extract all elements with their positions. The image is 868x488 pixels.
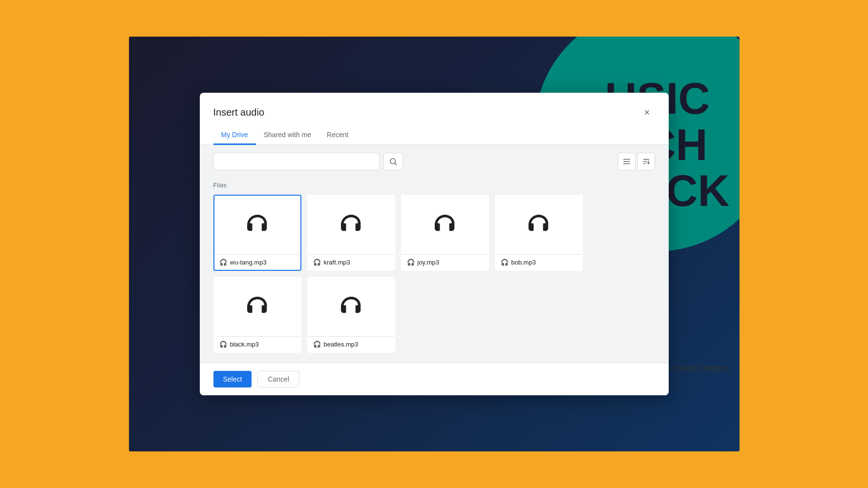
modal-title: Insert audio	[213, 107, 265, 118]
file-card-bob[interactable]: 🎧 bob.mp3	[495, 195, 583, 271]
audio-icon-wu-tang: 🎧	[219, 259, 227, 266]
audio-icon-kraft: 🎧	[313, 259, 321, 266]
file-name-row-joy: 🎧 joy.mp3	[402, 254, 488, 270]
headphones-icon	[431, 211, 459, 239]
file-thumbnail-beatles	[308, 278, 394, 336]
audio-icon-bob: 🎧	[501, 259, 508, 266]
audio-icon-joy: 🎧	[407, 259, 415, 266]
files-label: Files	[213, 182, 655, 189]
audio-icon-beatles: 🎧	[313, 341, 321, 348]
file-card-joy[interactable]: 🎧 joy.mp3	[401, 195, 489, 271]
close-button[interactable]: ×	[639, 104, 655, 120]
list-view-button[interactable]	[618, 153, 635, 170]
headphones-icon	[244, 211, 271, 239]
list-view-icon	[622, 157, 631, 166]
sort-icon	[642, 157, 651, 166]
svg-line-1	[395, 163, 396, 164]
headphones-icon	[244, 293, 271, 321]
search-button[interactable]	[383, 153, 403, 170]
background-container: USIC ITCH DECK entation begins Insert au…	[129, 37, 740, 451]
file-thumbnail-kraft	[308, 196, 394, 254]
headphones-icon	[338, 293, 365, 321]
audio-icon-black: 🎧	[219, 341, 227, 348]
modal-header: Insert audio ×	[200, 93, 669, 120]
tab-my-drive[interactable]: My Drive	[213, 126, 256, 145]
cancel-button[interactable]: Cancel	[257, 371, 299, 387]
file-name-beatles: beatles.mp3	[324, 341, 359, 348]
file-card-black[interactable]: 🎧 black.mp3	[213, 277, 301, 353]
file-name-joy: joy.mp3	[418, 259, 440, 266]
headphones-icon	[525, 211, 552, 239]
modal-overlay: Insert audio × My Drive Shared with me R…	[129, 37, 740, 451]
files-grid: 🎧 wu-tang.mp3 🎧 kraft.m	[213, 195, 655, 353]
tab-recent[interactable]: Recent	[319, 126, 356, 145]
headphones-icon	[338, 211, 365, 239]
search-area	[200, 145, 669, 178]
file-name-row-beatles: 🎧 beatles.mp3	[308, 336, 394, 352]
file-card-wu-tang[interactable]: 🎧 wu-tang.mp3	[213, 195, 301, 271]
tab-shared-with-me[interactable]: Shared with me	[256, 126, 319, 145]
file-name-black: black.mp3	[230, 341, 259, 348]
search-icon	[389, 157, 398, 166]
file-name-bob: bob.mp3	[511, 259, 536, 266]
search-input[interactable]	[213, 153, 380, 170]
sort-button[interactable]	[637, 153, 655, 170]
modal-footer: Select Cancel	[200, 363, 669, 395]
file-thumbnail-bob	[496, 196, 582, 254]
file-thumbnail-black	[214, 278, 300, 336]
insert-audio-modal: Insert audio × My Drive Shared with me R…	[200, 93, 669, 395]
file-card-kraft[interactable]: 🎧 kraft.mp3	[307, 195, 395, 271]
file-name-row-black: 🎧 black.mp3	[214, 336, 300, 352]
file-name-row-bob: 🎧 bob.mp3	[496, 254, 582, 270]
file-card-beatles[interactable]: 🎧 beatles.mp3	[307, 277, 395, 353]
file-name-kraft: kraft.mp3	[324, 259, 350, 266]
select-button[interactable]: Select	[213, 371, 252, 387]
view-controls	[618, 153, 655, 170]
tabs-bar: My Drive Shared with me Recent	[200, 126, 669, 145]
file-thumbnail-wu-tang	[214, 196, 300, 254]
files-section: Files 🎧 wu-tang.mp3	[200, 178, 669, 363]
file-name-row-kraft: 🎧 kraft.mp3	[308, 254, 394, 270]
file-name-wu-tang: wu-tang.mp3	[230, 259, 267, 266]
svg-point-0	[390, 159, 396, 164]
file-thumbnail-joy	[402, 196, 488, 254]
file-name-row-wu-tang: 🎧 wu-tang.mp3	[214, 254, 300, 270]
